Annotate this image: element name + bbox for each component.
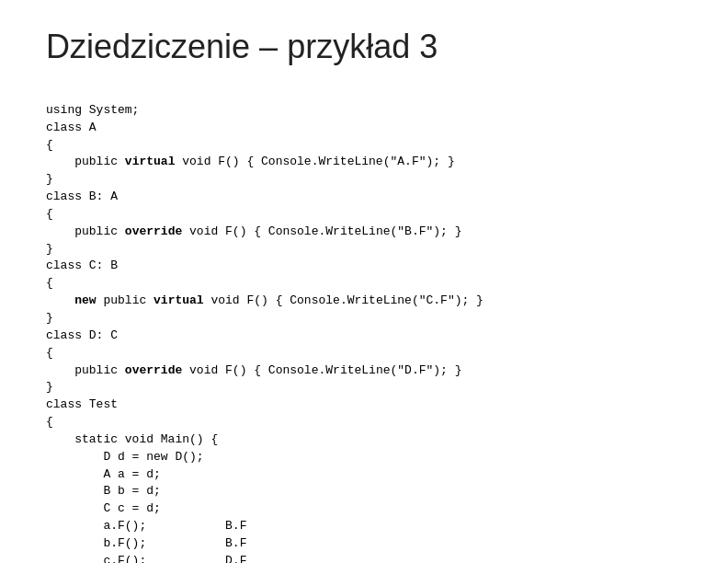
code-line-22: A a = d; xyxy=(46,467,161,481)
code-line-27: c.F(); D.F xyxy=(46,554,246,563)
code-line-13: } xyxy=(46,311,53,325)
code-line-3: { xyxy=(46,138,53,152)
code-line-17: } xyxy=(46,380,53,394)
code-line-23: B b = d; xyxy=(46,484,161,498)
slide-title: Dziedziczenie – przykład 3 xyxy=(46,28,682,66)
code-line-21: D d = new D(); xyxy=(46,450,204,464)
code-block: using System; class A { public virtual v… xyxy=(46,85,682,563)
slide-container: Dziedziczenie – przykład 3 using System;… xyxy=(0,0,728,563)
code-line-2: class A xyxy=(46,121,97,134)
code-line-10: class C: B xyxy=(46,259,118,272)
code-line-5: } xyxy=(46,172,53,186)
code-line-26: b.F(); B.F xyxy=(46,536,246,550)
code-line-19: { xyxy=(46,415,53,429)
code-line-7: { xyxy=(46,207,53,221)
code-line-24: C c = d; xyxy=(46,501,161,515)
code-line-15: { xyxy=(46,346,53,360)
code-line-4: public virtual void F() { Console.WriteL… xyxy=(46,155,455,168)
code-line-1: using System; xyxy=(46,103,139,117)
code-line-18: class Test xyxy=(46,397,118,411)
code-line-8: public override void F() { Console.Write… xyxy=(46,224,462,238)
code-line-25: a.F(); B.F xyxy=(46,519,246,533)
code-line-20: static void Main() { xyxy=(46,432,218,446)
code-line-14: class D: C xyxy=(46,328,118,342)
code-line-16: public override void F() { Console.Write… xyxy=(46,363,462,377)
code-line-9: } xyxy=(46,242,53,256)
code-line-12: new public virtual void F() { Console.Wr… xyxy=(46,293,483,307)
code-line-6: class B: A xyxy=(46,190,118,203)
code-line-11: { xyxy=(46,276,53,290)
